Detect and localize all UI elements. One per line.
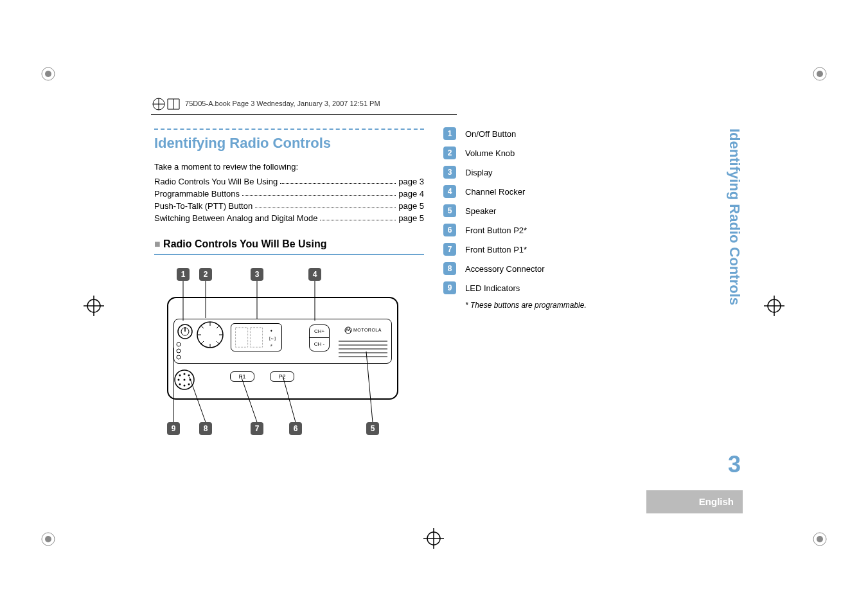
crosshair-icon: [84, 296, 104, 316]
channel-up: CH+: [310, 325, 329, 338]
control-num: 1: [443, 127, 456, 140]
toc-item: Radio Controls You Will Be Using page 3: [154, 177, 424, 186]
control-label: Channel Rocker: [465, 187, 525, 197]
toc-dots: [320, 213, 396, 220]
controls-list: 1 On/Off Button 2 Volume Knob 3 Display …: [443, 127, 636, 310]
control-item: 9 LED Indicators: [443, 281, 636, 294]
control-item: 2 Volume Knob: [443, 147, 636, 159]
control-item: 5 Speaker: [443, 204, 636, 217]
svg-point-48: [184, 373, 186, 375]
control-num: 4: [443, 185, 456, 198]
toc-page: page 5: [398, 201, 424, 211]
toc-dots: [280, 177, 396, 184]
control-label: Volume Knob: [465, 148, 515, 158]
control-item: 6 Front Button P2*: [443, 224, 636, 236]
toc-label: Push-To-Talk (PTT) Button: [154, 201, 252, 211]
callout-3: 3: [251, 268, 263, 281]
svg-text:✦: ✦: [270, 328, 273, 333]
callout-7: 7: [251, 422, 263, 435]
control-num: 3: [443, 166, 456, 179]
header-bar: 75D05-A.book Page 3 Wednesday, January 3…: [151, 96, 457, 115]
toc-label: Programmable Buttons: [154, 189, 240, 199]
callout-5: 5: [366, 422, 379, 435]
callout-9: 9: [167, 422, 180, 435]
page-number: 3: [728, 451, 741, 478]
svg-point-53: [179, 384, 181, 386]
page-title: Identifying Radio Controls: [154, 135, 424, 152]
toc-page: page 4: [398, 189, 424, 199]
header-text: 75D05-A.book Page 3 Wednesday, January 3…: [185, 100, 380, 107]
section-heading: Radio Controls You Will Be Using: [154, 238, 424, 250]
control-item: 1 On/Off Button: [443, 127, 636, 140]
svg-rect-35: [236, 328, 248, 348]
main-content-left: Identifying Radio Controls Take a moment…: [154, 129, 424, 435]
motorola-logo-icon: [344, 326, 352, 334]
control-item: 4 Channel Rocker: [443, 185, 636, 198]
registration-mark-icon: [39, 64, 58, 84]
toc-dots: [242, 189, 396, 196]
accessory-connector-icon: [173, 369, 195, 391]
svg-point-54: [184, 385, 186, 387]
svg-line-31: [217, 326, 219, 328]
toc-item: Programmable Buttons page 4: [154, 189, 424, 199]
toc-item: Switching Between Analog and Digital Mod…: [154, 213, 424, 223]
crosshair-icon: [423, 528, 444, 549]
svg-point-32: [177, 342, 181, 346]
brand-badge: MOTOROLA: [339, 324, 387, 336]
svg-text:⚡: ⚡: [270, 342, 273, 348]
toc-page: page 5: [398, 213, 424, 223]
svg-text:[←]: [←]: [269, 336, 276, 341]
control-label: Display: [465, 168, 493, 177]
svg-point-34: [177, 355, 181, 359]
svg-point-33: [177, 349, 181, 353]
speaker-grille-icon: [339, 339, 387, 359]
control-num: 5: [443, 204, 456, 217]
svg-point-47: [179, 375, 181, 377]
svg-line-30: [201, 341, 204, 344]
svg-point-5: [45, 536, 51, 542]
toc-label: Radio Controls You Will Be Using: [154, 177, 278, 186]
p1-button: P1: [230, 371, 254, 382]
radio-body-outline: ✦ [←] ⚡ CH+ CH - MOTOROLA: [167, 297, 398, 400]
dashed-divider: [154, 129, 424, 130]
svg-point-40: [345, 327, 351, 333]
control-num: 9: [443, 281, 456, 294]
power-button-icon: [177, 323, 193, 340]
control-num: 2: [443, 147, 456, 159]
radio-face: ✦ [←] ⚡ CH+ CH - MOTOROLA: [173, 319, 392, 364]
svg-point-50: [178, 379, 180, 381]
callout-6: 6: [289, 422, 302, 435]
volume-knob-icon: [195, 319, 226, 350]
language-box: English: [646, 490, 743, 513]
svg-point-3: [817, 71, 823, 77]
side-tab-title: Identifying Radio Controls: [723, 129, 743, 347]
svg-point-49: [188, 375, 190, 377]
svg-line-28: [201, 326, 204, 328]
channel-rocker: CH+ CH -: [309, 324, 330, 351]
control-item: 3 Display: [443, 166, 636, 179]
svg-point-51: [184, 379, 186, 381]
toc-page: page 3: [398, 177, 424, 186]
control-num: 6: [443, 224, 456, 236]
toc-label: Switching Between Analog and Digital Mod…: [154, 213, 317, 223]
control-label: LED Indicators: [465, 283, 520, 293]
control-item: 7 Front Button P1*: [443, 243, 636, 256]
display-panel: ✦ [←] ⚡: [231, 323, 282, 351]
control-item: 8 Accessory Connector: [443, 262, 636, 275]
toc-item: Push-To-Talk (PTT) Button page 5: [154, 201, 424, 211]
control-num: 7: [443, 243, 456, 256]
control-label: Accessory Connector: [465, 264, 545, 274]
registration-mark-icon: [39, 529, 58, 549]
registration-mark-icon: [810, 64, 829, 84]
registration-mark-icon: [810, 529, 829, 549]
control-label: Front Button P2*: [465, 226, 527, 235]
svg-rect-36: [250, 328, 262, 348]
callout-1: 1: [177, 268, 190, 281]
control-num: 8: [443, 262, 456, 275]
book-icon: [151, 96, 183, 112]
radio-diagram: 1 2 3 4: [154, 268, 411, 435]
svg-point-52: [190, 379, 191, 381]
svg-point-7: [817, 536, 823, 542]
callout-8: 8: [199, 422, 212, 435]
svg-point-1: [45, 71, 51, 77]
